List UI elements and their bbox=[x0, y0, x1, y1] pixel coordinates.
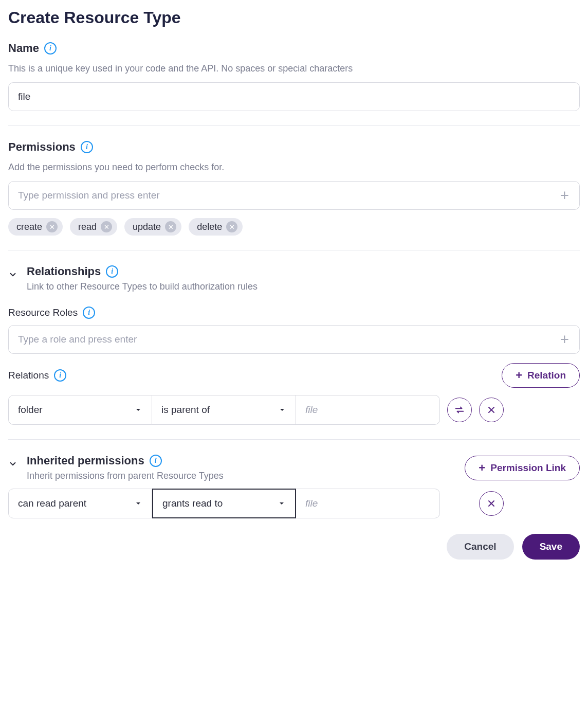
placeholder-text: file bbox=[305, 404, 318, 416]
caret-down-icon bbox=[278, 499, 286, 508]
close-icon[interactable]: ✕ bbox=[101, 221, 112, 232]
add-permission-link-button[interactable]: + Permission Link bbox=[465, 456, 580, 480]
chevron-down-icon[interactable] bbox=[8, 459, 17, 469]
inherit-object-input[interactable]: file bbox=[296, 489, 440, 518]
save-button[interactable]: Save bbox=[522, 534, 580, 560]
placeholder-text: file bbox=[305, 498, 318, 509]
chevron-down-icon[interactable] bbox=[8, 270, 17, 279]
relation-row: folder is parent of file bbox=[8, 395, 580, 425]
plus-icon[interactable]: + bbox=[557, 188, 572, 203]
relation-subject-select[interactable]: folder bbox=[8, 395, 152, 425]
button-label: Permission Link bbox=[490, 462, 566, 474]
plus-icon: + bbox=[516, 370, 522, 381]
close-icon[interactable]: ✕ bbox=[165, 221, 176, 232]
info-icon[interactable]: i bbox=[81, 141, 93, 153]
resource-roles-label: Resource Roles bbox=[8, 307, 78, 318]
divider bbox=[8, 439, 580, 440]
permissions-input[interactable] bbox=[16, 187, 557, 204]
relations-label: Relations bbox=[8, 370, 49, 381]
chip-label: read bbox=[78, 222, 97, 232]
page-title: Create Resource Type bbox=[8, 8, 580, 27]
cancel-button[interactable]: Cancel bbox=[447, 534, 513, 560]
divider bbox=[8, 250, 580, 250]
inherited-label: Inherited permissions bbox=[27, 454, 144, 467]
caret-down-icon bbox=[278, 406, 286, 414]
spacer bbox=[447, 491, 472, 516]
remove-relation-button[interactable] bbox=[479, 398, 504, 422]
divider bbox=[8, 125, 580, 126]
permissions-help: Add the permissions you need to perform … bbox=[8, 162, 580, 173]
permissions-input-wrap[interactable]: + bbox=[8, 181, 580, 210]
roles-input-wrap[interactable]: + bbox=[8, 325, 580, 354]
name-input[interactable] bbox=[8, 82, 580, 111]
info-icon[interactable]: i bbox=[106, 265, 118, 278]
caret-down-icon bbox=[134, 406, 142, 414]
close-icon[interactable]: ✕ bbox=[226, 221, 237, 232]
name-label: Name bbox=[8, 42, 39, 55]
select-value: grants read to bbox=[162, 498, 223, 509]
select-value: is parent of bbox=[161, 404, 210, 416]
chip-label: create bbox=[16, 222, 42, 232]
permission-chip[interactable]: update ✕ bbox=[124, 218, 181, 236]
relationships-help: Link to other Resource Types to build au… bbox=[27, 281, 580, 292]
chip-label: delete bbox=[197, 222, 222, 232]
permission-chips: create ✕ read ✕ update ✕ delete ✕ bbox=[8, 218, 580, 236]
plus-icon: + bbox=[479, 462, 485, 474]
plus-icon[interactable]: + bbox=[557, 332, 572, 347]
info-icon[interactable]: i bbox=[54, 369, 66, 382]
inherit-grant-select[interactable]: grants read to bbox=[152, 489, 296, 518]
permission-chip[interactable]: read ✕ bbox=[70, 218, 117, 236]
inherit-condition-select[interactable]: can read parent bbox=[8, 489, 152, 518]
permission-chip[interactable]: create ✕ bbox=[8, 218, 63, 236]
swap-button[interactable] bbox=[447, 398, 472, 422]
close-icon[interactable]: ✕ bbox=[46, 221, 58, 232]
inherited-help: Inherit permissions from parent Resource… bbox=[27, 471, 224, 481]
add-relation-button[interactable]: + Relation bbox=[502, 363, 580, 388]
select-value: can read parent bbox=[18, 498, 86, 509]
button-label: Relation bbox=[527, 370, 566, 381]
permission-chip[interactable]: delete ✕ bbox=[189, 218, 243, 236]
select-value: folder bbox=[18, 404, 43, 416]
name-help: This is a unique key used in your code a… bbox=[8, 63, 580, 74]
inherited-row: can read parent grants read to file bbox=[8, 489, 580, 518]
info-icon[interactable]: i bbox=[83, 307, 95, 319]
relation-object-input[interactable]: file bbox=[296, 395, 440, 425]
chip-label: update bbox=[133, 222, 161, 232]
caret-down-icon bbox=[134, 499, 142, 508]
relation-predicate-select[interactable]: is parent of bbox=[152, 395, 296, 425]
info-icon[interactable]: i bbox=[44, 42, 57, 55]
remove-inherit-button[interactable] bbox=[479, 491, 504, 516]
roles-input[interactable] bbox=[16, 331, 557, 348]
permissions-label: Permissions bbox=[8, 140, 76, 154]
info-icon[interactable]: i bbox=[150, 455, 162, 467]
relationships-label: Relationships bbox=[27, 265, 101, 278]
